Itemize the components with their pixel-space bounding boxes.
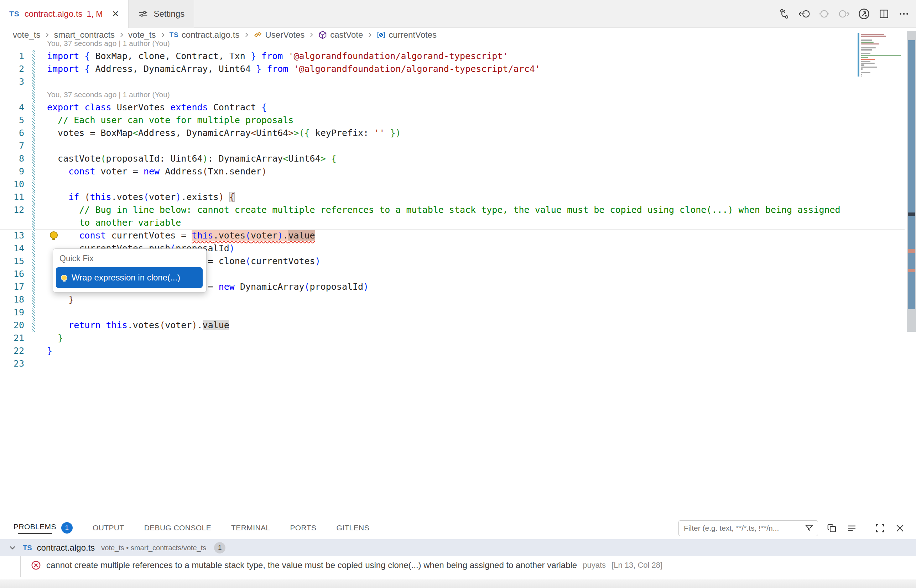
modified-gutter-indicator [32, 281, 35, 293]
line-number: 17 [0, 281, 30, 293]
problems-filter[interactable] [678, 520, 818, 536]
error-icon [31, 560, 41, 570]
line-number [0, 216, 30, 229]
modified-gutter-indicator [32, 332, 35, 344]
line-number: 18 [0, 293, 30, 306]
source-control-icon[interactable] [778, 8, 791, 20]
modified-gutter-indicator [32, 114, 35, 127]
modified-gutter-indicator [32, 293, 35, 306]
panel-tab-output[interactable]: OUTPUT [92, 517, 124, 538]
modified-gutter-indicator [32, 242, 35, 255]
back-circle-icon[interactable] [798, 8, 811, 20]
problem-error-row[interactable]: cannot create multiple references to a m… [0, 556, 916, 574]
code-text: to another variable [35, 216, 181, 229]
modified-gutter-indicator [32, 229, 35, 242]
blame-text: You, 37 seconds ago | 1 author (You) [35, 37, 170, 50]
minimap-line [861, 47, 876, 48]
modified-gutter-indicator [32, 88, 35, 101]
modified-gutter-indicator [32, 178, 35, 191]
typescript-icon: TS [23, 544, 32, 552]
minimap-line [861, 49, 872, 50]
run-debug-icon[interactable] [858, 8, 871, 20]
back-disabled-circle-icon[interactable] [818, 8, 830, 20]
modified-gutter-indicator [32, 268, 35, 281]
tab-settings[interactable]: Settings [129, 0, 194, 28]
tab-contract-algo-ts[interactable]: TS contract.algo.ts 1, M ✕ [0, 0, 129, 28]
line-number: 20 [0, 319, 30, 332]
close-panel-icon[interactable] [894, 522, 906, 534]
problems-count-badge: 1 [214, 542, 225, 554]
filter-input[interactable] [684, 524, 804, 533]
code-text: castVote(proposalId: Uint64): DynamicArr… [35, 152, 337, 165]
line-number: 1 [0, 50, 30, 63]
code-line: 9 const voter = new Address(Txn.sender) [0, 165, 905, 178]
code-editor[interactable]: You, 37 seconds ago | 1 author (You)1imp… [0, 42, 916, 517]
modified-gutter-indicator [32, 319, 35, 332]
minimap-modified-bar [858, 33, 859, 76]
chevron-down-icon[interactable] [8, 543, 17, 552]
code-line: 19 [0, 306, 905, 319]
copy-icon[interactable] [826, 522, 838, 534]
line-number: 5 [0, 114, 30, 127]
minimap-line [861, 34, 884, 35]
problems-file-path: vote_ts • smart_contracts/vote_ts [101, 544, 206, 552]
modified-gutter-indicator [32, 76, 35, 88]
tab-label: contract.algo.ts [24, 9, 83, 19]
minimap-line [861, 72, 871, 73]
line-number: 10 [0, 178, 30, 191]
panel-tab-debug-console[interactable]: DEBUG CONSOLE [144, 517, 211, 538]
code-text: return this.votes(voter).value [35, 319, 229, 332]
split-editor-icon[interactable] [877, 8, 890, 20]
minimap-line [861, 66, 877, 68]
quick-fix-title: Quick Fix [53, 249, 206, 263]
line-number: 15 [0, 255, 30, 268]
panel-controls [678, 520, 906, 536]
error-message: cannot create multiple references to a m… [46, 560, 577, 570]
error-location: [Ln 13, Col 28] [612, 561, 662, 570]
modified-gutter-indicator [32, 191, 35, 204]
tab-problem-badge: 1, M [87, 9, 103, 19]
minimap-line [861, 44, 879, 45]
view-as-list-icon[interactable] [846, 522, 858, 534]
quick-fix-action[interactable]: Wrap expression in clone(...) [56, 267, 203, 288]
line-number: 6 [0, 127, 30, 139]
panel-tab-ports[interactable]: PORTS [290, 517, 316, 538]
problems-badge: 1 [61, 522, 73, 533]
minimap-line [861, 42, 874, 43]
modified-gutter-indicator [32, 50, 35, 63]
code-text [35, 357, 47, 370]
code-line: 23 [0, 357, 905, 370]
more-actions-icon[interactable] [898, 8, 910, 20]
problems-file-row[interactable]: TS contract.algo.ts vote_ts • smart_cont… [0, 539, 916, 556]
error-source: puyats [583, 561, 606, 570]
code-area: You, 37 seconds ago | 1 author (You)1imp… [0, 37, 905, 370]
line-number: 23 [0, 357, 30, 370]
panel-tab-terminal[interactable]: TERMINAL [231, 517, 270, 538]
forward-disabled-circle-icon[interactable] [838, 8, 850, 20]
bottom-panel: PROBLEMS1OUTPUTDEBUG CONSOLETERMINALPORT… [0, 517, 916, 588]
code-text: } [35, 344, 52, 357]
minimap[interactable] [858, 32, 905, 81]
line-number [0, 88, 30, 101]
modified-gutter-indicator [32, 357, 35, 370]
code-line: 5 // Each user can vote for multiple pro… [0, 114, 905, 127]
code-line: 10 [0, 178, 905, 191]
code-text [35, 139, 47, 152]
line-number: 22 [0, 344, 30, 357]
code-line: 3 [0, 76, 905, 88]
typescript-icon: TS [9, 10, 19, 18]
panel-tab-gitlens[interactable]: GITLENS [336, 517, 369, 538]
close-icon[interactable]: ✕ [112, 9, 119, 19]
scrollbar[interactable] [907, 31, 916, 515]
panel-tab-problems[interactable]: PROBLEMS1 [13, 517, 73, 538]
minimap-line [861, 53, 871, 54]
code-text [35, 76, 47, 88]
maximize-panel-icon[interactable] [874, 522, 886, 534]
line-number: 8 [0, 152, 30, 165]
modified-gutter-indicator [32, 204, 35, 216]
code-text: // Each user can vote for multiple propo… [35, 114, 293, 127]
line-number: 2 [0, 63, 30, 76]
code-line: 22} [0, 344, 905, 357]
modified-gutter-indicator [32, 216, 35, 229]
lightbulb-icon[interactable] [50, 231, 58, 239]
